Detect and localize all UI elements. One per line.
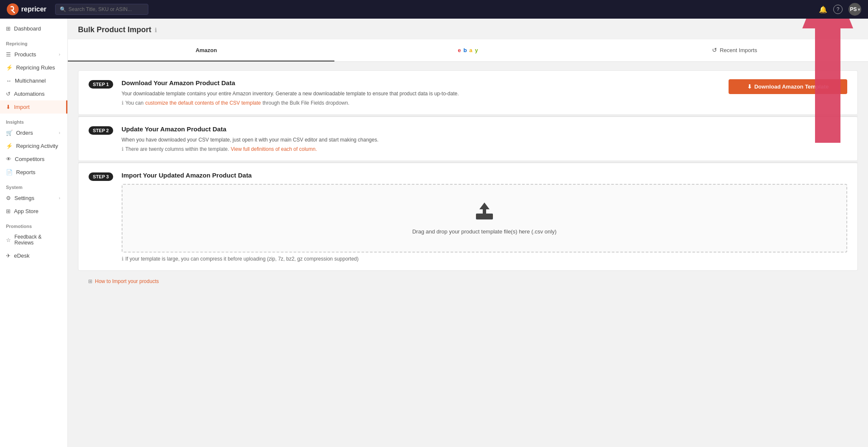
activity-icon: ⚡ bbox=[6, 143, 13, 149]
ebay-tab-icon: e bbox=[458, 47, 461, 53]
competitors-icon: 👁 bbox=[6, 156, 11, 162]
sidebar-item-multichannel[interactable]: ↔ Multichannel bbox=[0, 74, 67, 87]
settings-icon: ⚙ bbox=[6, 195, 11, 201]
sidebar-item-app-store[interactable]: ⊞ App Store bbox=[0, 205, 67, 218]
drop-zone[interactable]: Drag and drop your product template file… bbox=[122, 184, 847, 253]
step2-hint: ℹ There are twenty columns within the te… bbox=[122, 146, 847, 152]
sidebar-section-insights: Insights bbox=[0, 114, 67, 126]
sidebar-item-import[interactable]: ⬇ Import bbox=[0, 100, 67, 114]
settings-chevron-icon: › bbox=[59, 196, 60, 200]
sidebar-section-promotions: Promotions bbox=[0, 218, 67, 230]
sidebar-section-repricing: Repricing bbox=[0, 35, 67, 48]
step3-title: Import Your Updated Amazon Product Data bbox=[122, 172, 847, 179]
repricer-logo-icon bbox=[7, 3, 19, 15]
tab-amazon[interactable]: 🅰 Amazon bbox=[68, 39, 334, 61]
svg-text:🅰: 🅰 bbox=[185, 46, 191, 53]
app-store-icon: ⊞ bbox=[6, 208, 11, 214]
drop-zone-icon bbox=[131, 202, 838, 224]
step2-content: Update Your Amazon Product Data When you… bbox=[122, 125, 847, 152]
page-header: Bulk Product Import ℹ bbox=[68, 19, 868, 39]
repricing-rules-icon: ⚡ bbox=[6, 64, 13, 71]
search-input[interactable] bbox=[69, 6, 144, 12]
sidebar-item-competitors[interactable]: 👁 Competitors bbox=[0, 153, 67, 166]
svg-rect-3 bbox=[476, 214, 493, 219]
page-footer: ⊞ How to Import your products bbox=[78, 272, 858, 291]
sidebar-item-edesk[interactable]: ✈ eDesk bbox=[0, 249, 67, 262]
chevron-icon: › bbox=[59, 52, 60, 57]
drop-zone-text: Drag and drop your product template file… bbox=[131, 228, 838, 235]
step2-hint-link[interactable]: View full definitions of each of column. bbox=[231, 146, 317, 152]
step3-info-icon: ℹ bbox=[122, 256, 124, 262]
page-title-info-icon[interactable]: ℹ bbox=[155, 27, 157, 33]
download-amazon-template-button[interactable]: ⬇ Download Amazon Template bbox=[729, 79, 847, 94]
step1-action: ⬇ Download Amazon Template bbox=[729, 79, 847, 94]
logo[interactable]: repricer bbox=[7, 3, 47, 15]
step3-card: STEP 3 Import Your Updated Amazon Produc… bbox=[78, 163, 858, 271]
search-icon: 🔍 bbox=[60, 6, 66, 12]
orders-icon: 🛒 bbox=[6, 130, 13, 136]
feedback-icon: ☆ bbox=[6, 237, 11, 243]
content-area: STEP 1 Download Your Amazon Product Data… bbox=[68, 62, 868, 300]
svg-point-0 bbox=[7, 3, 19, 15]
avatar[interactable]: PS ▾ bbox=[849, 3, 861, 16]
nav-right: 🔔 ? PS ▾ bbox=[819, 3, 861, 16]
sidebar-item-reports[interactable]: 📄 Reports bbox=[0, 166, 67, 179]
step1-content: Download Your Amazon Product Data Your d… bbox=[122, 79, 720, 106]
svg-marker-4 bbox=[479, 203, 490, 214]
edesk-icon: ✈ bbox=[6, 253, 11, 259]
sidebar-item-products[interactable]: ☰ Products › bbox=[0, 48, 67, 61]
step2-info-icon: ℹ bbox=[122, 146, 124, 152]
products-icon: ☰ bbox=[6, 51, 11, 58]
search-bar[interactable]: 🔍 bbox=[55, 4, 148, 15]
recent-imports-icon: ↺ bbox=[712, 47, 717, 53]
tab-ebay[interactable]: ebay eBay bbox=[334, 39, 601, 61]
help-icon[interactable]: ? bbox=[833, 5, 843, 14]
step1-hint: ℹ You can customize the default contents… bbox=[122, 100, 720, 106]
sidebar: ⊞ Dashboard Repricing ☰ Products › ⚡ Rep… bbox=[0, 19, 68, 447]
step3-hint: ℹ If your template is large, you can com… bbox=[122, 256, 847, 262]
page-title: Bulk Product Import bbox=[78, 25, 151, 34]
how-to-import-link[interactable]: How to Import your products bbox=[95, 278, 159, 284]
sidebar-item-settings[interactable]: ⚙ Settings › bbox=[0, 192, 67, 205]
dashboard-icon: ⊞ bbox=[6, 25, 11, 32]
footer-grid-icon: ⊞ bbox=[88, 278, 92, 284]
import-icon: ⬇ bbox=[6, 104, 11, 110]
step2-badge: STEP 2 bbox=[89, 126, 113, 135]
step1-title: Download Your Amazon Product Data bbox=[122, 79, 720, 86]
sidebar-item-feedback-reviews[interactable]: ☆ Feedback & Reviews bbox=[0, 230, 67, 249]
app-body: ⊞ Dashboard Repricing ☰ Products › ⚡ Rep… bbox=[0, 19, 868, 447]
sidebar-section-system: System bbox=[0, 179, 67, 192]
tabs-row: 🅰 Amazon ebay eBay ↺ Recent Imports bbox=[68, 39, 868, 62]
sidebar-item-automations[interactable]: ↺ Automations bbox=[0, 87, 67, 100]
multichannel-icon: ↔ bbox=[6, 78, 11, 84]
step2-card: STEP 2 Update Your Amazon Product Data W… bbox=[78, 117, 858, 161]
step1-hint-link[interactable]: customize the default contents of the CS… bbox=[145, 100, 261, 106]
step1-badge: STEP 1 bbox=[89, 80, 113, 89]
tab-recent-imports[interactable]: ↺ Recent Imports bbox=[601, 39, 868, 61]
download-btn-icon: ⬇ bbox=[747, 83, 752, 90]
automations-icon: ↺ bbox=[6, 91, 11, 97]
sidebar-item-orders[interactable]: 🛒 Orders › bbox=[0, 126, 67, 139]
step3-content: Import Your Updated Amazon Product Data … bbox=[122, 172, 847, 262]
amazon-tab-icon: 🅰 bbox=[185, 45, 193, 55]
step2-title: Update Your Amazon Product Data bbox=[122, 125, 847, 133]
sidebar-item-dashboard[interactable]: ⊞ Dashboard bbox=[0, 22, 67, 35]
notification-icon[interactable]: 🔔 bbox=[819, 6, 827, 14]
logo-text: repricer bbox=[21, 6, 47, 13]
sidebar-item-repricing-activity[interactable]: ⚡ Repricing Activity bbox=[0, 139, 67, 153]
step3-badge: STEP 3 bbox=[89, 172, 113, 181]
step1-info-icon: ℹ bbox=[122, 100, 124, 106]
orders-chevron-icon: › bbox=[59, 130, 60, 135]
step1-desc: Your downloadable template contains your… bbox=[122, 90, 720, 97]
main-content: Bulk Product Import ℹ 🅰 Amazon ebay eBay… bbox=[68, 19, 868, 447]
step1-card: STEP 1 Download Your Amazon Product Data… bbox=[78, 70, 858, 115]
sidebar-item-repricing-rules[interactable]: ⚡ Repricing Rules bbox=[0, 61, 67, 74]
topnav: repricer 🔍 🔔 ? PS ▾ bbox=[0, 0, 868, 19]
step2-desc: When you have downloaded your CSV templa… bbox=[122, 136, 847, 144]
reports-icon: 📄 bbox=[6, 169, 13, 175]
